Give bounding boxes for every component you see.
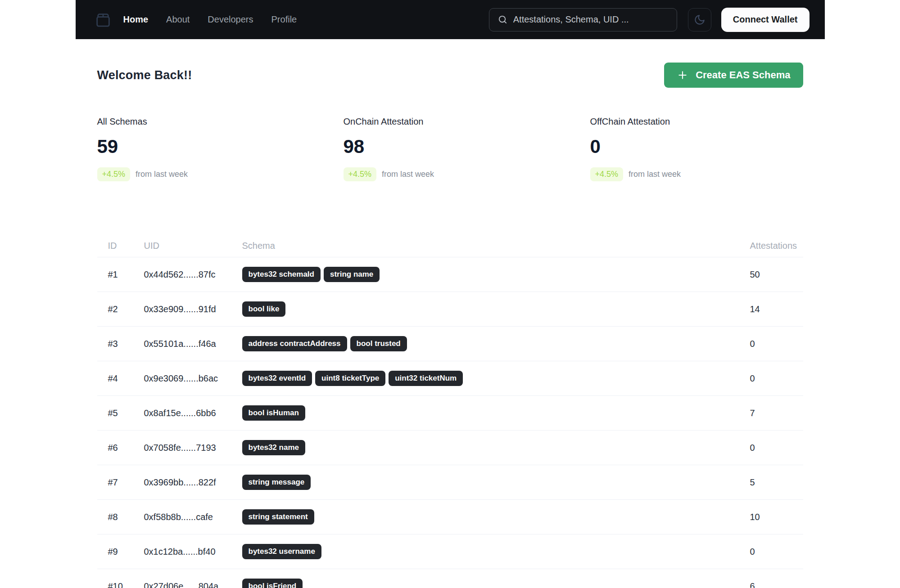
column-header-schema: Schema: [242, 241, 750, 251]
package-icon: [94, 11, 112, 29]
table-row[interactable]: #8 0xf58b8b......cafe string statement 1…: [97, 499, 803, 534]
row-attestations: 10: [750, 512, 803, 522]
schema-badge: uint32 ticketNum: [389, 371, 463, 386]
table-row[interactable]: #3 0x55101a......f46a address contractAd…: [97, 326, 803, 361]
stat-note: from last week: [629, 170, 681, 179]
row-schema: string statement: [242, 509, 750, 525]
stat-value: 0: [590, 136, 803, 157]
stat-label: All Schemas: [97, 117, 344, 127]
nav-item-profile[interactable]: Profile: [271, 14, 297, 25]
row-attestations: 6: [750, 581, 803, 588]
table-row[interactable]: #7 0x3969bb......822f string message 5: [97, 465, 803, 499]
row-id: #2: [108, 304, 144, 314]
schema-badge: bytes32 username: [242, 544, 321, 559]
delta-badge: +4.5%: [97, 167, 131, 181]
row-attestations: 0: [750, 443, 803, 453]
create-eas-schema-button[interactable]: Create EAS Schema: [664, 63, 803, 88]
schema-badge: bytes32 name: [242, 440, 305, 455]
row-attestations: 5: [750, 477, 803, 488]
schema-badge: bool like: [242, 301, 286, 317]
column-header-id: ID: [108, 241, 144, 251]
nav-item-developers[interactable]: Developers: [208, 14, 253, 25]
connect-wallet-button[interactable]: Connect Wallet: [721, 8, 810, 32]
row-schema: string message: [242, 475, 750, 490]
stat-value: 98: [344, 136, 590, 157]
delta-badge: +4.5%: [344, 167, 377, 181]
app-logo[interactable]: [94, 10, 113, 29]
row-attestations: 50: [750, 269, 803, 280]
row-schema: bytes32 schemaIdstring name: [242, 267, 750, 282]
stat-note: from last week: [136, 170, 188, 179]
row-id: #3: [108, 339, 144, 349]
welcome-row: Welcome Back!! Create EAS Schema: [97, 63, 803, 88]
stat-label: OffChain Attestation: [590, 117, 803, 127]
table-row[interactable]: #4 0x9e3069......b6ac bytes32 eventIduin…: [97, 361, 803, 395]
schema-badge: bool isHuman: [242, 405, 305, 421]
row-id: #6: [108, 443, 144, 453]
stat-label: OnChain Attestation: [344, 117, 590, 127]
stats-row: All Schemas 59 +4.5% from last week OnCh…: [97, 117, 803, 181]
main-content: Welcome Back!! Create EAS Schema All Sch…: [76, 63, 825, 588]
row-id: #4: [108, 373, 144, 384]
schema-badge: string statement: [242, 509, 314, 525]
moon-icon: [694, 14, 706, 26]
row-schema: bytes32 name: [242, 440, 750, 455]
schemas-table: ID UID Schema Attestations #1 0x44d562..…: [97, 234, 803, 588]
stat-value: 59: [97, 136, 344, 157]
table-row[interactable]: #10 0x27d06e......804a bool isFriend 6: [97, 569, 803, 588]
search-input[interactable]: [513, 14, 669, 25]
row-id: #9: [108, 547, 144, 557]
row-schema: bool isFriend: [242, 579, 750, 588]
page-title: Welcome Back!!: [97, 68, 192, 82]
theme-toggle-button[interactable]: [688, 8, 711, 31]
schema-badge: bytes32 eventId: [242, 371, 312, 386]
schema-badge: bool trusted: [350, 336, 407, 351]
column-header-attestations: Attestations: [750, 241, 803, 251]
stat-note: from last week: [382, 170, 434, 179]
schema-badge: uint8 ticketType: [315, 371, 385, 386]
table-row[interactable]: #9 0x1c12ba......bf40 bytes32 username 0: [97, 534, 803, 569]
schema-badge: string name: [324, 267, 380, 282]
column-header-uid: UID: [144, 241, 242, 251]
row-uid: 0x3969bb......822f: [144, 477, 242, 488]
schema-badge: bool isFriend: [242, 579, 303, 588]
row-attestations: 0: [750, 339, 803, 349]
row-id: #10: [108, 581, 144, 588]
table-row[interactable]: #5 0x8af15e......6bb6 bool isHuman 7: [97, 395, 803, 430]
plus-icon: [677, 69, 688, 81]
row-attestations: 14: [750, 304, 803, 314]
row-schema: bytes32 eventIduint8 ticketTypeuint32 ti…: [242, 371, 750, 386]
row-uid: 0x8af15e......6bb6: [144, 408, 242, 418]
table-body: #1 0x44d562......87fc bytes32 schemaIdst…: [97, 257, 803, 588]
row-id: #5: [108, 408, 144, 418]
row-schema: bytes32 username: [242, 544, 750, 559]
create-button-label: Create EAS Schema: [696, 69, 790, 81]
search-icon: [497, 14, 508, 25]
schema-badge: bytes32 schemaId: [242, 267, 321, 282]
row-uid: 0x7058fe......7193: [144, 443, 242, 453]
row-schema: bool isHuman: [242, 405, 750, 421]
row-schema: bool like: [242, 301, 750, 317]
schema-badge: string message: [242, 475, 311, 490]
row-uid: 0x44d562......87fc: [144, 269, 242, 280]
row-uid: 0x33e909......91fd: [144, 304, 242, 314]
delta-badge: +4.5%: [590, 167, 624, 181]
nav-links: Home About Developers Profile: [123, 14, 297, 25]
row-uid: 0x1c12ba......bf40: [144, 547, 242, 557]
table-row[interactable]: #6 0x7058fe......7193 bytes32 name 0: [97, 430, 803, 465]
app-shell: Home About Developers Profile Connect Wa…: [76, 0, 825, 588]
nav-item-about[interactable]: About: [166, 14, 190, 25]
table-row[interactable]: #2 0x33e909......91fd bool like 14: [97, 292, 803, 326]
row-uid: 0x9e3069......b6ac: [144, 373, 242, 384]
search-box[interactable]: [489, 8, 677, 31]
row-attestations: 7: [750, 408, 803, 418]
row-uid: 0xf58b8b......cafe: [144, 512, 242, 522]
table-row[interactable]: #1 0x44d562......87fc bytes32 schemaIdst…: [97, 257, 803, 292]
row-uid: 0x27d06e......804a: [144, 581, 242, 588]
row-attestations: 0: [750, 373, 803, 384]
nav-item-home[interactable]: Home: [123, 14, 149, 25]
row-id: #8: [108, 512, 144, 522]
stat-card-all-schemas: All Schemas 59 +4.5% from last week: [97, 117, 344, 181]
row-id: #1: [108, 269, 144, 280]
stat-card-onchain-attestation: OnChain Attestation 98 +4.5% from last w…: [344, 117, 590, 181]
